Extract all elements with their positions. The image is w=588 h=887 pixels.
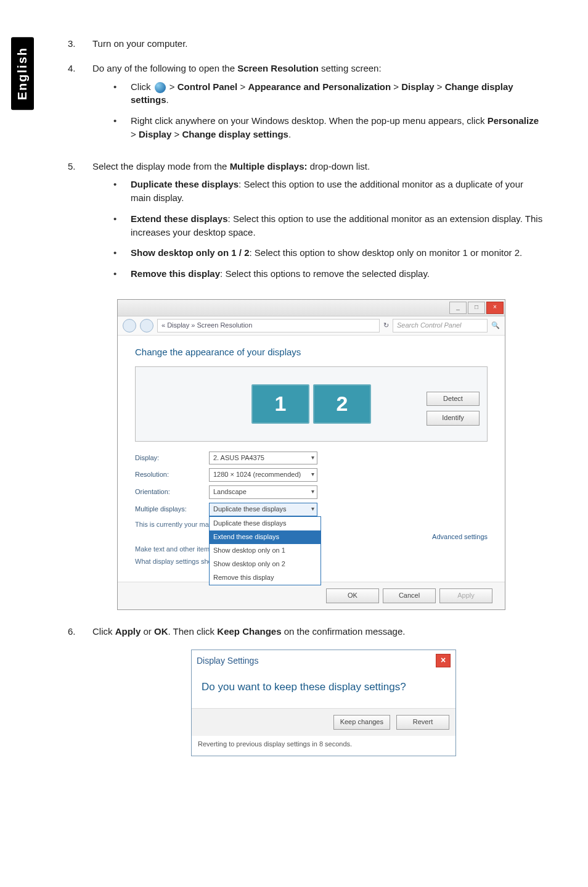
apply-button[interactable]: Apply: [439, 588, 492, 603]
bold-term: Show desktop only on 1 / 2: [131, 247, 250, 258]
text: Click: [92, 626, 115, 637]
screen-resolution-dialog-figure: _ □ × « Display » Screen Resolution ↻ Se…: [117, 299, 505, 610]
step-text: Do any of the following to open the: [92, 63, 237, 73]
ok-button[interactable]: OK: [326, 588, 379, 603]
bold-term: Apply: [115, 626, 141, 637]
separator: >: [435, 81, 445, 92]
bold-term: OK: [154, 626, 168, 637]
dialog-question: Do you want to keep these display settin…: [192, 671, 455, 709]
dropdown-option[interactable]: Show desktop only on 1: [210, 544, 321, 558]
sub-bullet: Click > Control Panel > Appearance and P…: [131, 80, 545, 107]
cancel-button[interactable]: Cancel: [383, 588, 436, 603]
identify-button[interactable]: Identify: [427, 411, 480, 426]
keep-changes-button[interactable]: Keep changes: [333, 715, 390, 730]
dropdown-option[interactable]: Duplicate these displays: [210, 517, 321, 530]
bold-term: Display: [401, 81, 434, 92]
dropdown-option[interactable]: Show desktop only on 2: [210, 558, 321, 571]
refresh-icon[interactable]: ↻: [383, 321, 389, 331]
search-icon[interactable]: 🔍: [491, 321, 500, 331]
text: : Select this options to remove the sele…: [220, 268, 430, 279]
separator: >: [391, 81, 401, 92]
bold-term: Remove this display: [131, 268, 220, 279]
text: : Select this option to show desktop onl…: [250, 247, 523, 258]
text: on the confirmation message.: [282, 626, 406, 637]
display-select[interactable]: 2. ASUS PA4375: [209, 452, 317, 465]
search-input[interactable]: Search Control Panel: [393, 319, 488, 332]
window-titlebar: _ □ ×: [118, 300, 505, 316]
step-text: Click Apply or OK. Then click Keep Chang…: [92, 625, 545, 638]
instruction-list: 6. Click Apply or OK. Then click Keep Ch…: [68, 625, 545, 638]
resolution-select[interactable]: 1280 × 1024 (recommended): [209, 468, 317, 482]
minimize-icon[interactable]: _: [449, 302, 467, 314]
step-number: 6.: [68, 625, 92, 638]
step-text: setting screen:: [319, 63, 382, 73]
close-icon[interactable]: ×: [486, 302, 504, 314]
bold-term: Screen Resolution: [237, 63, 319, 73]
sub-bullet: Duplicate these displays: Select this op…: [131, 178, 545, 205]
step-text: Select the display mode from the: [92, 161, 230, 171]
bold-term: Display: [139, 129, 171, 139]
monitor-1-icon[interactable]: 1: [251, 384, 309, 424]
step-number: 4.: [68, 62, 92, 149]
orientation-select[interactable]: Landscape: [209, 485, 317, 499]
separator: >: [167, 81, 178, 92]
address-bar: « Display » Screen Resolution ↻ Search C…: [118, 316, 505, 336]
multiple-displays-select[interactable]: Duplicate these displays: [209, 503, 317, 516]
bold-term: Personalize: [488, 115, 539, 126]
start-menu-icon: [155, 82, 166, 93]
dialog-title: Display Settings: [197, 654, 258, 667]
breadcrumb[interactable]: « Display » Screen Resolution: [157, 319, 380, 332]
monitor-2-icon[interactable]: 2: [313, 384, 371, 424]
field-label: Display:: [135, 453, 203, 463]
sub-bullet: Right click anywhere on your Windows des…: [131, 114, 545, 141]
dropdown-option[interactable]: Extend these displays: [210, 530, 321, 544]
separator: >: [237, 81, 248, 92]
display-settings-dialog-figure: Display Settings × Do you want to keep t…: [191, 650, 456, 757]
bold-term: Duplicate these displays: [131, 179, 239, 189]
section-heading: Change the appearance of your displays: [135, 345, 488, 359]
text: or: [141, 626, 154, 637]
countdown-text: Reverting to previous display settings i…: [192, 736, 455, 756]
field-label: Resolution:: [135, 470, 203, 480]
text: .: [288, 129, 291, 139]
multiple-displays-dropdown: Duplicate these displays Extend these di…: [209, 516, 321, 585]
text: Click: [131, 81, 153, 92]
field-label: Orientation:: [135, 487, 203, 497]
bold-term: Appearance and Personalization: [248, 81, 391, 92]
step-number: 3.: [68, 37, 92, 51]
back-button[interactable]: [123, 319, 136, 332]
field-label: Multiple displays:: [135, 505, 203, 514]
bold-term: Control Panel: [178, 81, 238, 92]
sub-bullet: Extend these displays: Select this optio…: [131, 212, 545, 239]
sub-bullet: Remove this display: Select this options…: [131, 267, 545, 281]
text: .: [166, 94, 169, 105]
forward-button[interactable]: [140, 319, 153, 332]
bold-term: Multiple displays:: [230, 161, 308, 171]
bold-term: Extend these displays: [131, 213, 228, 224]
separator: >: [131, 129, 139, 139]
detect-button[interactable]: Detect: [427, 392, 480, 406]
step-number: 5.: [68, 160, 92, 288]
language-tab: English: [11, 37, 34, 110]
bold-term: Change display settings: [182, 129, 288, 139]
instruction-list: 3. Turn on your computer. 4. Do any of t…: [68, 37, 545, 288]
revert-button[interactable]: Revert: [396, 715, 449, 730]
step-text: drop-down list.: [307, 161, 370, 171]
separator: >: [171, 129, 182, 139]
text: Right click anywhere on your Windows des…: [131, 115, 488, 126]
close-icon[interactable]: ×: [436, 654, 451, 667]
step-text: Turn on your computer.: [92, 37, 545, 51]
display-preview[interactable]: 1 2 Detect Identify: [135, 366, 488, 442]
bold-term: Keep Changes: [217, 626, 281, 637]
dropdown-option[interactable]: Remove this display: [210, 571, 321, 585]
sub-bullet: Show desktop only on 1 / 2: Select this …: [131, 246, 545, 260]
maximize-icon[interactable]: □: [468, 302, 485, 314]
text: . Then click: [168, 626, 218, 637]
